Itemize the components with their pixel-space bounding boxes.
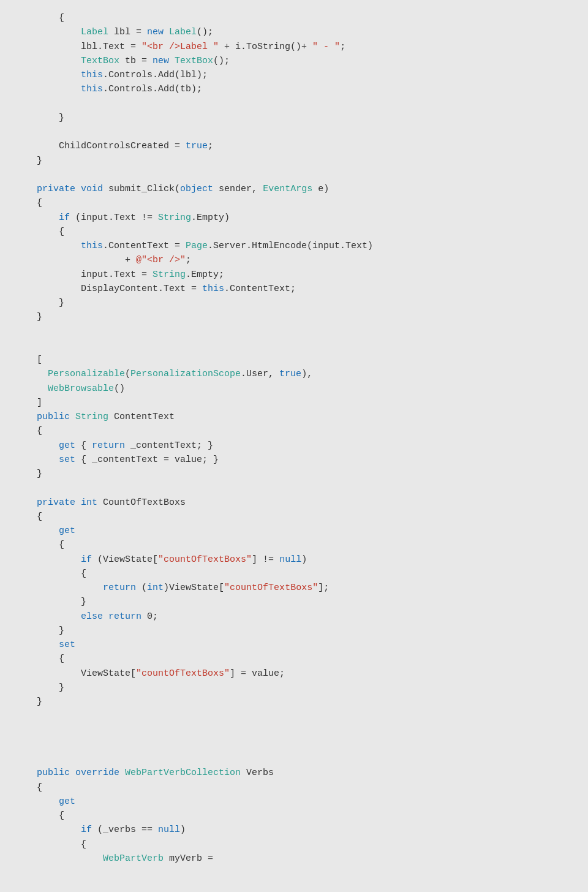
code-token-kw: set <box>59 455 75 465</box>
code-token-plain: (); <box>197 27 213 37</box>
code-token-plain: } <box>15 682 64 693</box>
code-token-plain <box>164 27 169 37</box>
code-token-plain: { <box>15 839 86 850</box>
code-token-kw: get <box>59 440 75 451</box>
code-token-plain <box>15 853 103 864</box>
code-line: ViewState["countOfTextBoxs"] = value; <box>15 667 573 681</box>
code-token-plain: } <box>15 626 64 636</box>
code-line: { <box>15 780 573 795</box>
code-token-plain <box>15 440 59 451</box>
code-token-kw: null <box>158 825 180 835</box>
code-token-type: String <box>158 213 191 223</box>
code-token-str: "<br />Label " <box>141 42 219 52</box>
code-token-plain <box>70 412 75 422</box>
code-line: DisplayContent.Text = this.ContentText; <box>15 282 573 296</box>
code-token-plain: ViewState[ <box>15 668 136 679</box>
code-token-kw: if <box>81 554 92 565</box>
code-token-kw: null <box>279 554 301 565</box>
code-token-kw: return <box>92 440 125 451</box>
code-token-plain <box>15 369 48 379</box>
code-line: } <box>15 695 573 709</box>
code-line: } <box>15 310 573 324</box>
code-token-plain: .Controls.Add(lbl); <box>103 70 208 80</box>
code-token-kw: get <box>59 526 75 536</box>
code-token-plain <box>15 384 48 394</box>
code-line <box>15 481 573 495</box>
code-token-kw: true <box>279 369 301 379</box>
code-token-plain: } <box>15 156 42 166</box>
code-line: public String ContentText <box>15 410 573 424</box>
code-token-kw: private <box>15 184 75 194</box>
code-token-plain <box>75 497 81 508</box>
code-line: { <box>15 11 573 25</box>
code-token-plain: + i.ToString()+ <box>219 42 312 52</box>
code-token-plain: .User, <box>241 369 279 379</box>
code-line: get { return _contentText; } <box>15 439 573 453</box>
code-token-plain: { <box>15 782 42 793</box>
code-token-attr: Personalizable <box>48 369 125 379</box>
code-line: } <box>15 111 573 125</box>
code-line: } <box>15 681 573 695</box>
code-line: public override WebPartVerbCollection Ve… <box>15 766 573 780</box>
code-line <box>15 125 573 139</box>
code-token-type: Page <box>186 241 208 251</box>
code-token-plain <box>15 554 81 565</box>
code-line: } <box>15 624 573 638</box>
code-line <box>15 724 573 738</box>
code-token-plain: .ContentText; <box>224 284 296 294</box>
code-token-plain: ] != <box>252 554 279 565</box>
code-token-plain: } <box>15 697 42 707</box>
code-token-plain: { <box>15 811 64 821</box>
code-token-plain <box>15 583 103 593</box>
code-token-kw: if <box>59 213 70 223</box>
code-line: private int CountOfTextBoxs <box>15 496 573 510</box>
code-token-plain: } <box>15 597 86 607</box>
code-token-plain: ]; <box>318 583 329 593</box>
code-token-plain: ; <box>340 42 345 52</box>
code-token-plain: { _contentText = value; } <box>75 455 219 465</box>
code-token-kw: true <box>186 141 208 151</box>
code-token-plain <box>15 27 81 37</box>
code-token-kw: new <box>153 56 169 66</box>
code-token-type: TextBox <box>175 56 213 66</box>
code-token-kw: private <box>15 497 75 508</box>
code-token-plain <box>15 796 59 807</box>
code-line <box>15 709 573 723</box>
code-token-kw: override <box>75 768 119 778</box>
code-token-plain: { <box>15 569 86 579</box>
code-token-plain <box>15 526 59 536</box>
code-token-type: WebPartVerbCollection <box>125 768 241 778</box>
code-token-plain: ), <box>301 369 312 379</box>
code-line: ] <box>15 396 573 410</box>
code-line: { <box>15 538 573 552</box>
code-token-plain: (input.Text != <box>70 213 158 223</box>
code-line: set <box>15 638 573 652</box>
code-line: ChildControlsCreated = true; <box>15 139 573 153</box>
code-line <box>15 325 573 339</box>
code-token-plain: { <box>15 512 42 522</box>
code-token-plain: (ViewState[ <box>92 554 158 565</box>
code-token-type: Label <box>169 27 197 37</box>
code-token-plain: { <box>15 540 64 550</box>
code-token-kw: get <box>59 796 75 807</box>
code-token-plain: sender, <box>213 184 263 194</box>
code-line: WebPartVerb myVerb = <box>15 852 573 866</box>
code-token-plain: + <box>15 255 136 265</box>
code-line: set { _contentText = value; } <box>15 453 573 467</box>
code-line: if (input.Text != String.Empty) <box>15 211 573 225</box>
code-line: } <box>15 154 573 168</box>
code-token-plain <box>75 184 81 194</box>
code-token-plain <box>70 768 75 778</box>
code-token-kw: return <box>103 583 136 593</box>
code-token-plain: { <box>15 227 64 237</box>
code-token-type: String <box>153 270 186 280</box>
code-line: } <box>15 595 573 609</box>
code-line: private void submit_Click(object sender,… <box>15 182 573 196</box>
code-line: { <box>15 567 573 581</box>
code-token-plain: } <box>15 312 42 322</box>
code-token-plain: submit_Click( <box>103 184 180 194</box>
code-line: this.ContentText = Page.Server.HtmlEncod… <box>15 239 573 253</box>
code-token-plain: ] = value; <box>230 668 285 679</box>
code-line: + @"<br />"; <box>15 253 573 267</box>
code-token-plain: } <box>15 298 64 308</box>
